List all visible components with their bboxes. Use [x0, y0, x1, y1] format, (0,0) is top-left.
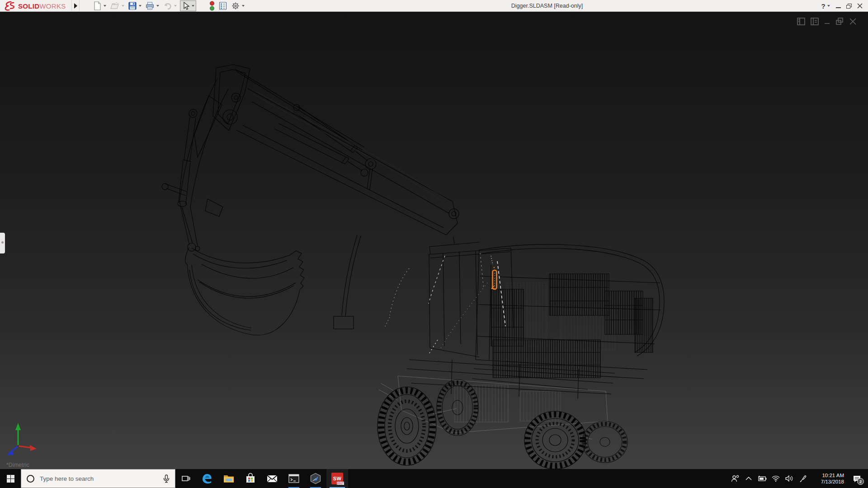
options-button[interactable]	[231, 0, 245, 11]
clock[interactable]: 10:21 AM 7/13/2018	[812, 472, 844, 485]
menu-flyout-button[interactable]	[71, 0, 80, 11]
help-dropdown[interactable]	[827, 5, 830, 7]
battery-charging-icon	[758, 476, 767, 481]
select-cursor-icon	[182, 1, 190, 10]
logo-text-solid: SOLID	[18, 2, 39, 10]
file-properties-button[interactable]	[218, 0, 228, 11]
microphone-icon[interactable]	[163, 474, 170, 483]
solidworks-logo-icon	[5, 1, 16, 11]
people-button[interactable]	[728, 469, 742, 488]
graphics-area[interactable]: *Dimetric	[0, 12, 868, 469]
window-controls: ?	[819, 0, 865, 12]
tray-overflow-button[interactable]	[742, 469, 755, 488]
notification-count-badge: 2	[857, 478, 864, 485]
taskbar-app-file-explorer[interactable]	[218, 469, 240, 488]
view-orientation-label: *Dimetric	[6, 462, 29, 468]
print-button[interactable]	[145, 0, 160, 11]
taskbar-app-viewer[interactable]	[305, 469, 326, 488]
minimize-button[interactable]	[833, 0, 844, 11]
pane-toggle-icon-2	[811, 18, 818, 25]
featuremanager-collapsed-tab[interactable]	[0, 233, 5, 253]
taskbar-app-solidworks[interactable]: SW 2017	[326, 469, 348, 488]
restore-button[interactable]	[844, 0, 854, 11]
featuremanager-tab-dot-icon	[1, 241, 4, 244]
command-prompt-icon	[288, 473, 300, 484]
wifi-icon	[772, 475, 780, 482]
document-title: Digger.SLDASM [Read-only]	[491, 0, 604, 12]
clock-date: 7/13/2018	[812, 479, 844, 485]
doc-restore-icon	[836, 18, 843, 24]
document-window-controls[interactable]	[797, 16, 864, 27]
cortana-icon	[27, 475, 34, 483]
taskbar-app-store[interactable]	[240, 469, 261, 488]
new-document-button[interactable]	[93, 0, 107, 11]
open-icon	[110, 1, 120, 10]
taskbar-app-edge[interactable]	[196, 469, 218, 488]
close-button[interactable]	[854, 0, 865, 11]
speaker-icon	[785, 475, 793, 482]
restore-icon	[846, 4, 852, 9]
windows-taskbar: Type here to search	[0, 469, 868, 488]
search-box[interactable]: Type here to search	[21, 469, 175, 488]
sketch-lines	[384, 253, 505, 355]
system-tray: 10:21 AM 7/13/2018 2	[728, 469, 868, 488]
new-document-dropdown[interactable]	[104, 5, 106, 7]
people-icon	[731, 475, 740, 483]
clock-time: 10:21 AM	[812, 472, 844, 479]
doc-close-icon	[850, 19, 856, 24]
taskbar-app-mail[interactable]	[261, 469, 283, 488]
task-view-button[interactable]	[175, 469, 196, 488]
taskbar-apps: SW 2017	[196, 469, 348, 488]
print-icon	[145, 1, 155, 10]
close-icon	[857, 3, 863, 9]
pane-toggle-icon	[797, 18, 805, 25]
rebuild-stoplight-icon	[209, 1, 215, 11]
options-gear-icon	[231, 1, 240, 10]
print-dropdown[interactable]	[156, 5, 159, 7]
task-view-icon	[181, 474, 190, 483]
new-document-icon	[93, 1, 102, 10]
pen-icon	[799, 475, 807, 483]
store-icon	[245, 473, 256, 484]
action-center-button[interactable]: 2	[848, 469, 866, 488]
edge-icon	[201, 473, 213, 484]
open-dropdown	[122, 5, 124, 7]
title-bar: SOLIDWORKS	[0, 0, 868, 12]
flyout-arrow-icon	[74, 3, 77, 9]
rebuild-button[interactable]	[209, 0, 215, 11]
select-tool-button[interactable]	[180, 0, 196, 11]
solidworks-logo: SOLIDWORKS	[5, 1, 66, 11]
windows-logo-icon	[7, 475, 14, 483]
search-placeholder: Type here to search	[40, 475, 163, 482]
file-properties-icon	[218, 1, 227, 10]
chevron-up-icon	[745, 477, 752, 480]
volume-button[interactable]	[783, 469, 796, 488]
minimize-icon	[836, 7, 841, 8]
start-button[interactable]	[0, 469, 21, 488]
network-button[interactable]	[769, 469, 783, 488]
logo-text-works: WORKS	[39, 2, 66, 10]
mail-icon	[266, 473, 278, 484]
save-icon	[128, 1, 137, 10]
battery-button[interactable]	[755, 469, 769, 488]
undo-icon	[163, 1, 172, 10]
taskbar-app-command-prompt[interactable]	[283, 469, 305, 488]
solidworks-taskbar-icon: SW 2017	[331, 473, 343, 484]
save-button[interactable]	[127, 0, 142, 11]
select-tool-dropdown[interactable]	[192, 5, 194, 7]
undo-button	[162, 0, 177, 11]
file-explorer-icon	[223, 473, 235, 484]
viewer-hexagon-icon	[310, 473, 321, 484]
orientation-triad	[7, 423, 37, 455]
options-dropdown[interactable]	[242, 5, 245, 7]
open-button[interactable]	[109, 0, 125, 11]
quick-access-toolbar	[93, 0, 248, 12]
undo-dropdown	[174, 5, 177, 7]
help-button[interactable]: ?	[819, 0, 827, 11]
selected-component[interactable]	[491, 267, 497, 289]
save-dropdown[interactable]	[139, 5, 142, 7]
solidworks-window: SOLIDWORKS	[0, 0, 868, 488]
assembly-wireframe	[0, 12, 868, 469]
pen-button[interactable]	[796, 469, 810, 488]
